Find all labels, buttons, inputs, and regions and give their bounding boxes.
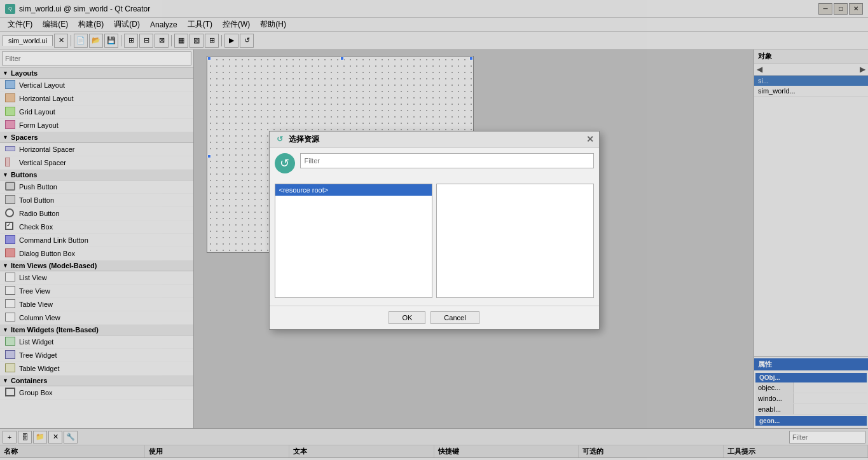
resource-files-panel: [436, 184, 594, 298]
dialog-cancel-button[interactable]: Cancel: [431, 311, 479, 324]
refresh-button[interactable]: ↺: [275, 153, 295, 173]
resource-root-item[interactable]: <resource root>: [275, 184, 432, 196]
dialog-ok-button[interactable]: OK: [389, 311, 425, 324]
dialog-icon: ↺: [275, 134, 285, 144]
dialog-body: ↺ <resource root>: [270, 148, 599, 303]
dialog-footer: OK Cancel: [270, 306, 599, 329]
dialog-title-label: 选择资源: [289, 134, 319, 145]
resource-filter-input[interactable]: [300, 153, 594, 168]
modal-overlay: ↺ 选择资源 ✕ ↺ <resource root> OK Cancel: [0, 0, 868, 460]
dialog-title-bar: ↺ 选择资源 ✕: [270, 132, 599, 148]
resource-content: <resource root>: [275, 184, 594, 298]
select-resource-dialog: ↺ 选择资源 ✕ ↺ <resource root> OK Cancel: [269, 131, 600, 330]
dialog-close-button[interactable]: ✕: [586, 134, 594, 144]
resource-tree-panel: <resource root>: [275, 184, 432, 298]
